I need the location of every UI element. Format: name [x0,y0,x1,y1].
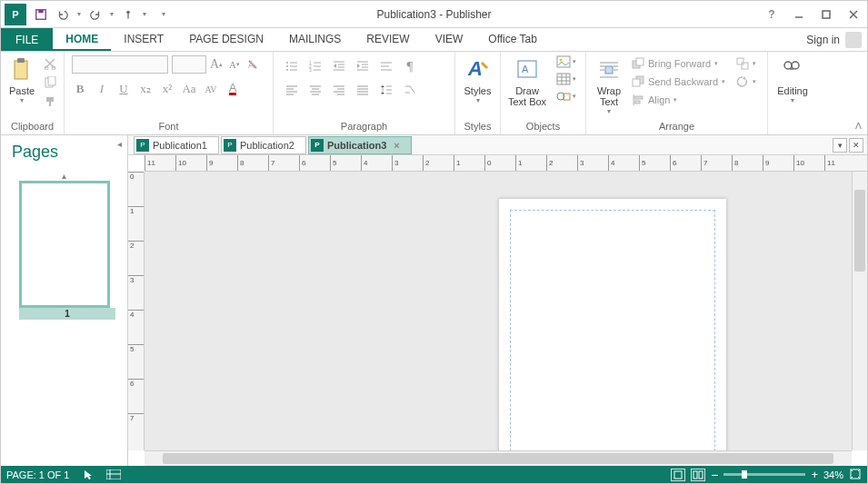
page-margin-guide [510,210,715,450]
justify-button[interactable] [352,79,374,101]
shapes-button[interactable]: ▾ [552,88,581,104]
underline-button[interactable]: U [115,81,132,97]
page-indicator[interactable]: PAGE: 1 OF 1 [6,469,70,480]
draw-textbox-button[interactable]: A Draw Text Box [504,54,550,107]
page-thumbnail[interactable]: 1 [6,181,122,320]
columns-button[interactable] [399,79,421,101]
grow-font-button[interactable]: A▴ [208,56,224,73]
align-right-button[interactable] [328,79,350,101]
subscript-button[interactable]: x₂ [137,81,154,97]
doc-tab-2[interactable]: PPublication2 [221,136,306,154]
editing-button[interactable]: Editing ▾ [772,54,813,104]
ruler-mark: 2 [128,241,144,275]
scroll-thumb[interactable] [163,453,833,464]
close-button[interactable] [840,5,867,25]
rotate-button[interactable]: ▾ [733,73,754,91]
redo-icon[interactable] [85,5,105,25]
bold-button[interactable]: B [72,81,88,97]
tab-home[interactable]: HOME [53,28,111,51]
minimize-button[interactable] [785,5,813,25]
maximize-button[interactable] [813,5,840,25]
change-case-button[interactable]: Aa [181,81,197,97]
undo-dropdown-icon[interactable]: ▾ [75,5,84,25]
tab-file[interactable]: FILE [1,28,53,51]
paste-label: Paste [9,85,35,96]
tab-menu-button[interactable]: ▾ [833,138,847,153]
tab-page-design[interactable]: PAGE DESIGN [176,28,276,51]
ruler-mark: 2 [546,155,577,171]
ruler-mark: 7 [268,155,299,171]
pointer-mode-icon[interactable] [83,469,94,480]
redo-dropdown-icon[interactable]: ▾ [107,5,116,25]
help-button[interactable]: ? [758,5,785,25]
undo-icon[interactable] [53,5,73,25]
scroll-thumb[interactable] [854,190,865,272]
single-page-view-icon[interactable] [671,469,685,481]
cut-button[interactable] [41,55,59,72]
bullets-button[interactable] [281,55,303,77]
pages-collapse-icon[interactable]: ◂ [117,139,122,149]
paste-button[interactable]: Paste ▾ [5,54,39,104]
zoom-slider-thumb[interactable] [742,470,747,479]
canvas[interactable] [145,172,852,450]
group-editing-label [772,130,813,134]
two-page-view-icon[interactable] [691,469,705,481]
pilcrow-button[interactable]: ¶ [399,55,421,77]
zoom-out-button[interactable]: − [711,468,718,482]
horizontal-scrollbar[interactable] [145,450,852,466]
touch-mode-icon[interactable] [118,5,138,25]
italic-button[interactable]: I [94,81,110,97]
object-position-icon[interactable] [106,469,121,479]
align-left-button[interactable] [281,79,303,101]
doc-tab-3[interactable]: PPublication3× [308,136,412,154]
app-icon: P [5,4,26,25]
tab-insert[interactable]: INSERT [111,28,176,51]
vertical-scrollbar[interactable] [852,172,867,450]
group-button[interactable]: ▾ [733,54,754,73]
format-painter-button[interactable] [41,94,59,110]
styles-button[interactable]: A Styles ▾ [459,54,496,104]
align-center-button[interactable] [304,79,326,101]
zoom-in-button[interactable]: + [811,468,818,481]
font-name-combo[interactable] [72,55,168,74]
font-size-combo[interactable] [172,55,206,74]
collapse-ribbon-icon[interactable]: ᐱ [855,121,862,131]
table-button[interactable]: ▾ [552,71,581,87]
close-icon[interactable]: × [394,140,399,151]
tab-mailings[interactable]: MAILINGS [276,28,354,51]
tab-view[interactable]: VIEW [423,28,476,51]
save-icon[interactable] [31,5,51,25]
fit-to-window-icon[interactable] [849,468,862,482]
align-button[interactable]: Align▾ [628,91,729,109]
zoom-level[interactable]: 34% [823,469,843,480]
sign-in[interactable]: Sign in [801,28,867,51]
thumb-scroll-up-icon[interactable]: ▴ [6,171,122,181]
tab-office-tab[interactable]: Office Tab [475,28,550,51]
qat-customize-icon[interactable]: ▾ [157,5,170,25]
send-backward-button[interactable]: Send Backward▾ [628,73,729,91]
ruler-mark: 3 [392,155,423,171]
wrap-text-button[interactable]: Wrap Text ▾ [590,54,628,115]
pictures-button[interactable]: ▾ [552,54,581,70]
tab-close-button[interactable]: ✕ [849,138,863,153]
copy-button[interactable] [41,74,59,91]
decrease-indent-button[interactable] [328,55,350,77]
ruler-mark: 11 [145,155,175,171]
horizontal-ruler[interactable]: 111098765432101234567891011 [145,155,867,172]
superscript-button[interactable]: x² [159,81,175,97]
numbering-button[interactable]: 123 [304,55,326,77]
font-color-button[interactable]: A [224,81,241,97]
tab-review[interactable]: REVIEW [354,28,422,51]
text-direction-button[interactable] [375,55,397,77]
shrink-font-button[interactable]: A▾ [226,56,243,73]
char-spacing-button[interactable]: AV [203,81,219,97]
vertical-ruler[interactable]: 01234567 [128,172,145,450]
bring-forward-button[interactable]: Bring Forward▾ [628,54,729,73]
increase-indent-button[interactable] [352,55,374,77]
zoom-slider[interactable] [723,473,805,476]
touch-dropdown-icon[interactable]: ▾ [140,5,149,25]
page-surface[interactable] [499,199,726,450]
doc-tab-1[interactable]: PPublication1 [134,136,219,154]
line-spacing-button[interactable] [375,79,397,101]
clear-format-button[interactable]: A [244,56,261,73]
